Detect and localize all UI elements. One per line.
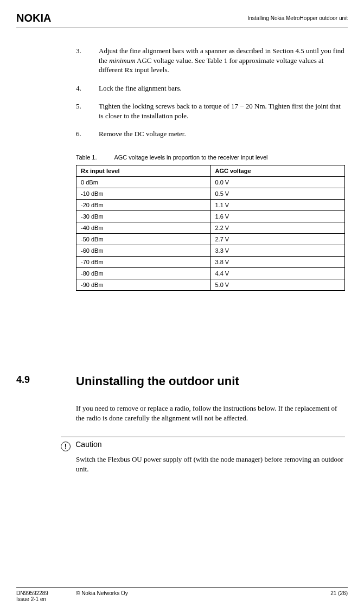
step-5: 5. Tighten the locking screws back to a … bbox=[76, 101, 345, 120]
cell-agc: 0.0 V bbox=[210, 176, 345, 188]
step-body: Adjust the fine alignment bars with a sp… bbox=[99, 46, 345, 75]
table-row: -30 dBm1.6 V bbox=[76, 210, 345, 222]
table-header-row: Rx input level AGC voltage bbox=[76, 165, 345, 176]
table-row: -60 dBm3.3 V bbox=[76, 245, 345, 256]
cell-agc: 4.4 V bbox=[210, 267, 345, 279]
main-content: 3. Adjust the fine alignment bars with a… bbox=[76, 46, 345, 291]
table-row: -70 dBm3.8 V bbox=[76, 256, 345, 267]
footer-copyright: © Nokia Networks Oy bbox=[16, 590, 348, 596]
cell-rx: -40 dBm bbox=[76, 222, 211, 233]
cell-agc: 3.3 V bbox=[210, 245, 345, 256]
step-number: 6. bbox=[76, 129, 99, 139]
caution-text: Switch the Flexbus OU power supply off (… bbox=[76, 455, 345, 474]
table-header-rx: Rx input level bbox=[76, 165, 211, 176]
agc-table: Rx input level AGC voltage 0 dBm0.0 V -1… bbox=[76, 165, 345, 291]
table-caption-text: AGC voltage levels in proportion to the … bbox=[114, 154, 267, 161]
nokia-logo: NOKIA bbox=[16, 12, 51, 24]
caution-label: Caution bbox=[75, 440, 101, 449]
cell-rx: -60 dBm bbox=[76, 245, 211, 256]
table-row: -80 dBm4.4 V bbox=[76, 267, 345, 279]
step-number: 4. bbox=[76, 84, 99, 93]
table-header-agc: AGC voltage bbox=[210, 165, 345, 176]
cell-rx: -30 dBm bbox=[76, 210, 211, 222]
caution-icon: ! bbox=[61, 442, 71, 451]
cell-agc: 0.5 V bbox=[210, 188, 345, 199]
cell-rx: -90 dBm bbox=[76, 279, 211, 290]
table-row: -10 dBm0.5 V bbox=[76, 188, 345, 199]
section-header: 4.9 Uninstalling the outdoor unit bbox=[16, 374, 345, 388]
cell-rx: -80 dBm bbox=[76, 267, 211, 279]
section-body: If you need to remove or replace a radio… bbox=[76, 393, 345, 474]
cell-agc: 1.1 V bbox=[210, 199, 345, 210]
section-title: Uninstalling the outdoor unit bbox=[76, 374, 239, 388]
step-number: 5. bbox=[76, 101, 99, 120]
cell-agc: 2.2 V bbox=[210, 222, 345, 233]
table-label: Table 1. bbox=[76, 154, 113, 161]
table-caption: Table 1. AGC voltage levels in proportio… bbox=[76, 154, 345, 161]
step-4: 4. Lock the fine alignment bars. bbox=[76, 84, 345, 93]
caution-block: ! Caution Switch the Flexbus OU power su… bbox=[76, 437, 345, 474]
cell-agc: 3.8 V bbox=[210, 256, 345, 267]
issue: Issue 2-1 en bbox=[16, 596, 46, 602]
step-body: Tighten the locking screws back to a tor… bbox=[99, 101, 345, 120]
cell-agc: 1.6 V bbox=[210, 210, 345, 222]
step-body: Lock the fine alignment bars. bbox=[99, 84, 345, 93]
table-row: -90 dBm5.0 V bbox=[76, 279, 345, 290]
section-paragraph: If you need to remove or replace a radio… bbox=[76, 404, 345, 423]
table-row: 0 dBm0.0 V bbox=[76, 176, 345, 188]
step-6: 6. Remove the DC voltage meter. bbox=[76, 129, 345, 139]
caution-rule bbox=[61, 437, 345, 437]
page-header: NOKIA Installing Nokia MetroHopper outdo… bbox=[16, 12, 348, 28]
cell-agc: 5.0 V bbox=[210, 279, 345, 290]
cell-rx: -10 dBm bbox=[76, 188, 211, 199]
step-3: 3. Adjust the fine alignment bars with a… bbox=[76, 46, 345, 75]
step-number: 3. bbox=[76, 46, 99, 75]
table-row: -40 dBm2.2 V bbox=[76, 222, 345, 233]
cell-agc: 2.7 V bbox=[210, 233, 345, 245]
table-row: -50 dBm2.7 V bbox=[76, 233, 345, 245]
caution-header: ! Caution bbox=[76, 440, 345, 451]
cell-rx: -20 dBm bbox=[76, 199, 211, 210]
footer-rule bbox=[16, 588, 348, 588]
cell-rx: -50 dBm bbox=[76, 233, 211, 245]
cell-rx: -70 dBm bbox=[76, 256, 211, 267]
step-body: Remove the DC voltage meter. bbox=[99, 129, 345, 139]
section-number: 4.9 bbox=[16, 374, 76, 388]
text-italic: minimum bbox=[109, 56, 135, 65]
page-footer: DN99592289 Issue 2-1 en © Nokia Networks… bbox=[16, 590, 348, 602]
cell-rx: 0 dBm bbox=[76, 176, 211, 188]
header-title: Installing Nokia MetroHopper outdoor uni… bbox=[247, 15, 348, 21]
table-row: -20 dBm1.1 V bbox=[76, 199, 345, 210]
